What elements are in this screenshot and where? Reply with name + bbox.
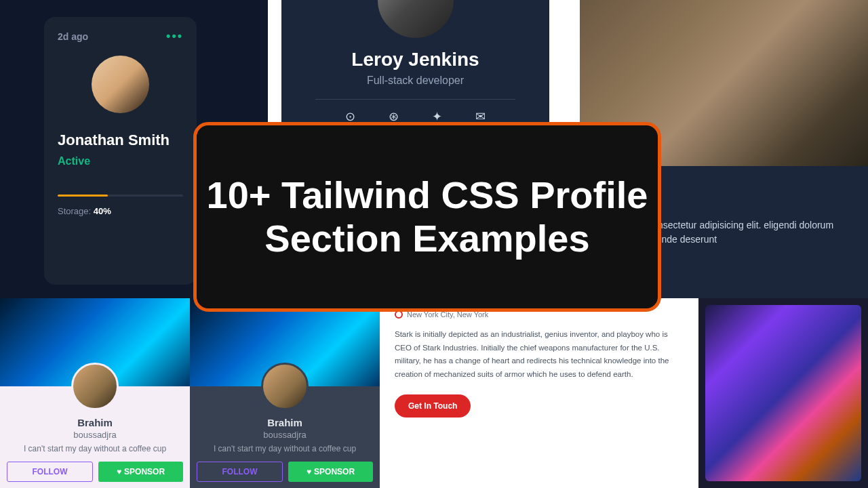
- profile-name: Brahim: [190, 417, 380, 428]
- status-badge: Active: [58, 155, 183, 167]
- sponsor-button[interactable]: ♥SPONSOR: [288, 462, 373, 482]
- avatar: [261, 363, 309, 410]
- avatar: [71, 363, 119, 410]
- profile-description: Stark is initially depicted as an indust…: [395, 328, 684, 381]
- social-icons: ⊙ ⊛ ✦ ✉: [309, 100, 522, 124]
- title-overlay: 10+ Tailwind CSS Profile Section Example…: [193, 122, 661, 312]
- profile-subtitle: Full-stack developer: [309, 75, 522, 87]
- profile-handle: boussadjra: [0, 430, 190, 440]
- page-title: 10+ Tailwind CSS Profile Section Example…: [197, 174, 658, 261]
- profile-photo: [705, 305, 861, 481]
- profile-card-stark: New York City, New York Stark is initial…: [380, 298, 698, 488]
- heart-icon: ♥: [117, 467, 121, 476]
- avatar: [92, 56, 149, 113]
- profile-card-ironman: [698, 298, 868, 488]
- profile-card-brahim-dark: Brahim boussadjra I can't start my day w…: [190, 298, 380, 488]
- profile-card-leroy: Leroy Jenkins Full-stack developer ⊙ ⊛ ✦…: [281, 0, 549, 132]
- storage-label: Storage: 40%: [58, 206, 183, 216]
- profile-name: Jonathan Smith: [58, 132, 183, 148]
- more-icon[interactable]: •••: [166, 29, 183, 43]
- profile-handle: boussadjra: [190, 430, 380, 440]
- contact-button[interactable]: Get In Touch: [395, 394, 471, 418]
- profile-card-jonathan: 2d ago ••• Jonathan Smith Active Storage…: [44, 17, 197, 285]
- timestamp: 2d ago: [58, 31, 88, 42]
- follow-button[interactable]: FOLLOW: [197, 462, 283, 482]
- follow-button[interactable]: FOLLOW: [7, 462, 93, 482]
- profile-name: Brahim: [0, 417, 190, 428]
- heart-icon: ♥: [307, 467, 311, 476]
- sponsor-button[interactable]: ♥SPONSOR: [98, 462, 183, 482]
- profile-bio: I can't start my day without a coffee cu…: [0, 444, 190, 453]
- profile-card-brahim-light: Brahim boussadjra I can't start my day w…: [0, 298, 190, 488]
- progress-bar: [58, 195, 183, 197]
- profile-bio: I can't start my day without a coffee cu…: [190, 444, 380, 453]
